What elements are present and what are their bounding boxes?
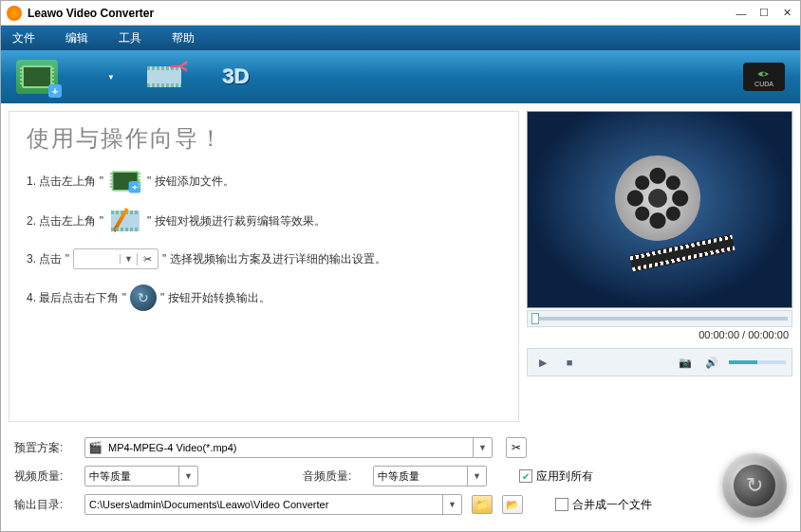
filmstrip-icon (147, 66, 181, 87)
guide-step-1: 1. 点击左上角 " + " 按钮添加文件。 (27, 169, 501, 193)
film-icon (22, 65, 52, 88)
open-folder-button[interactable]: 📂 (502, 495, 523, 514)
play-button[interactable]: ▶ (533, 353, 552, 372)
app-title: Leawo Video Converter (28, 7, 734, 20)
add-icon-inline: + (109, 169, 141, 193)
plus-icon: + (48, 84, 62, 98)
browse-folder-button[interactable]: 📁 (472, 495, 493, 514)
cuda-badge: CUDA (743, 63, 785, 91)
vquality-label: 视频质量: (14, 468, 75, 485)
output-dropdown-button[interactable]: ▼ (442, 495, 461, 514)
vquality-combo[interactable]: 中等质量 ▼ (84, 466, 198, 486)
gear-icon: ✂ (137, 253, 158, 266)
profile-settings-button[interactable]: ✂ (506, 437, 527, 458)
titlebar: Leawo Video Converter — ☐ ✕ (1, 1, 800, 26)
guide-title: 使用与操作向导！ (27, 123, 501, 154)
menu-help[interactable]: 帮助 (172, 30, 195, 46)
3d-button[interactable]: 3D (214, 58, 259, 96)
guide-panel: 使用与操作向导！ 1. 点击左上角 " + " 按钮添加文件。 2. 点击左上角… (9, 111, 519, 422)
convert-icon: ↻ (734, 465, 775, 506)
filmtape-graphic (629, 234, 735, 272)
playback-controls: ▶ ■ 📷 🔊 (527, 348, 792, 376)
menu-edit[interactable]: 编辑 (65, 30, 88, 46)
settings-panel: 预置方案: 🎬 MP4-MPEG-4 Video(*.mp4) ▼ ✂ 视频质量… (1, 430, 800, 523)
stop-button[interactable]: ■ (560, 353, 579, 372)
minimize-button[interactable]: — (734, 7, 749, 20)
profile-label: 预置方案: (14, 440, 75, 456)
toolbar: + ▼ 3D CUDA (1, 50, 800, 103)
menubar: 文件 编辑 工具 帮助 (1, 26, 800, 50)
vquality-value: 中等质量 (85, 469, 178, 484)
3d-icon: 3D (223, 64, 250, 89)
seek-thumb[interactable] (531, 313, 539, 324)
checkbox-icon (555, 498, 568, 511)
profile-combo[interactable]: 🎬 MP4-MPEG-4 Video(*.mp4) ▼ (84, 437, 493, 458)
profile-dropdown-button[interactable]: ▼ (473, 438, 492, 457)
preview-panel: 00:00:00 / 00:00:00 ▶ ■ 📷 🔊 (527, 111, 792, 422)
caret-icon: ▼ (120, 254, 137, 264)
aquality-combo[interactable]: 中等质量 ▼ (373, 466, 487, 486)
seek-bar[interactable] (527, 310, 792, 327)
mp4-icon: 🎬 (85, 441, 104, 454)
edit-video-button[interactable] (141, 58, 187, 96)
guide-step-2: 2. 点击左上角 " " 按钮对视频进行裁剪编辑等效果。 (27, 209, 501, 233)
close-button[interactable]: ✕ (779, 7, 794, 20)
volume-slider[interactable] (729, 360, 786, 364)
merge-checkbox[interactable]: 合并成一个文件 (555, 497, 652, 513)
convert-button[interactable]: ↻ (722, 453, 787, 518)
add-video-button[interactable]: + (16, 60, 58, 94)
output-label: 输出目录: (14, 497, 75, 513)
vquality-dropdown-button[interactable]: ▼ (178, 467, 197, 486)
time-display: 00:00:00 / 00:00:00 (527, 329, 792, 346)
checkbox-icon: ✔ (519, 469, 532, 483)
svg-point-0 (762, 72, 765, 75)
apply-all-checkbox[interactable]: ✔ 应用到所有 (519, 468, 593, 485)
convert-icon-inline: ↻ (130, 284, 157, 311)
menu-tools[interactable]: 工具 (119, 30, 141, 46)
guide-step-3: 3. 点击 " ▼✂ " 选择视频输出方案及进行详细的输出设置。 (27, 248, 501, 269)
reel-graphic (615, 156, 700, 241)
video-preview[interactable] (527, 111, 792, 308)
profile-value: MP4-MPEG-4 Video(*.mp4) (104, 442, 473, 453)
snapshot-button[interactable]: 📷 (676, 353, 695, 372)
output-path-field[interactable]: C:\Users\admin\Documents\Leawo\Video Con… (84, 494, 462, 515)
volume-button[interactable]: 🔊 (702, 353, 721, 372)
profile-combo-inline: ▼✂ (73, 248, 158, 269)
maximize-button[interactable]: ☐ (756, 7, 772, 20)
guide-step-4: 4. 最后点击右下角 " ↻ " 按钮开始转换输出。 (27, 284, 501, 311)
aquality-dropdown-button[interactable]: ▼ (467, 467, 486, 486)
aquality-label: 音频质量: (303, 468, 363, 485)
nvidia-icon (754, 67, 773, 81)
output-path-value: C:\Users\admin\Documents\Leawo\Video Con… (85, 499, 442, 510)
app-icon (7, 6, 22, 21)
menu-file[interactable]: 文件 (12, 30, 35, 46)
aquality-value: 中等质量 (374, 469, 467, 484)
add-dropdown-caret[interactable]: ▼ (107, 73, 115, 82)
edit-icon-inline (109, 209, 141, 233)
